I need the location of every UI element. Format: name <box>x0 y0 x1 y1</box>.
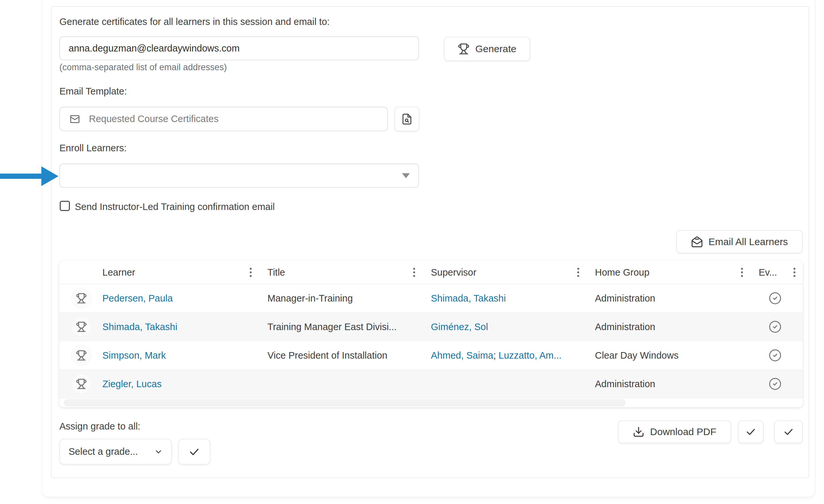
enroll-learners-dropdown[interactable] <box>60 164 419 188</box>
generate-certificates-label: Generate certificates for all learners i… <box>60 16 330 27</box>
check-icon <box>745 426 756 437</box>
mail-icon <box>69 113 80 125</box>
table-row: Shimada, TakashiTraining Manager East Di… <box>60 313 803 341</box>
evaluation-cell <box>759 292 803 305</box>
column-label: Learner <box>102 267 135 278</box>
header-cell-supervisor: Supervisor <box>431 261 595 284</box>
column-menu-icon[interactable] <box>575 266 581 279</box>
column-label: Ev... <box>759 267 777 278</box>
grade-select[interactable]: Select a grade... <box>60 439 172 465</box>
evaluation-check-icon[interactable] <box>768 320 782 333</box>
download-pdf-button[interactable]: Download PDF <box>618 420 731 443</box>
header-cell-empty <box>60 261 102 284</box>
certificate-cell <box>60 288 102 308</box>
assign-grade-label: Assign grade to all: <box>60 421 140 432</box>
home-group-cell: Administration <box>595 293 759 304</box>
learner-link[interactable]: Pedersen, Paula <box>102 293 173 304</box>
generate-button[interactable]: Generate <box>444 37 530 61</box>
table-row: Ziegler, LucasAdministration <box>60 370 803 398</box>
dropdown-caret-icon <box>402 173 410 178</box>
supervisor-separator: ; <box>493 350 499 361</box>
file-preview-icon <box>401 113 413 125</box>
evaluation-cell <box>759 377 803 391</box>
table-body: Pedersen, PaulaManager-in-TrainingShimad… <box>60 284 803 398</box>
page: Generate certificates for all learners i… <box>0 0 824 504</box>
evaluation-cell <box>759 320 803 333</box>
title-cell: Vice President of Installation <box>268 350 431 361</box>
table-row: Simpson, MarkVice President of Installat… <box>60 341 803 370</box>
confirm-button-1[interactable] <box>738 420 763 443</box>
column-menu-icon[interactable] <box>248 266 254 279</box>
learner-cell: Simpson, Mark <box>102 350 268 361</box>
header-cell-title: Title <box>268 261 431 284</box>
trophy-icon[interactable] <box>71 288 92 308</box>
home-group-cell: Administration <box>595 379 759 390</box>
home-group-cell: Clear Day Windows <box>595 350 759 361</box>
column-menu-icon[interactable] <box>792 266 798 279</box>
table-scroll-area <box>60 398 803 407</box>
pointer-arrow <box>0 166 59 187</box>
ilt-confirmation-checkbox[interactable] <box>60 201 70 211</box>
table-row: Pedersen, PaulaManager-in-TrainingShimad… <box>60 284 803 313</box>
email-all-learners-label: Email All Learners <box>709 236 788 247</box>
column-label: Title <box>268 267 285 278</box>
email-template-label: Email Template: <box>60 86 127 97</box>
header-cell-evaluation: Ev... <box>759 261 803 284</box>
certificate-cell <box>60 317 102 337</box>
supervisor-link[interactable]: Giménez, Sol <box>431 321 488 332</box>
table-header: Learner Title Supervisor Home Group Ev..… <box>60 261 803 284</box>
learners-table: Learner Title Supervisor Home Group Ev..… <box>60 261 803 407</box>
title-cell: Manager-in-Training <box>268 293 431 304</box>
column-menu-icon[interactable] <box>739 266 745 279</box>
generate-button-label: Generate <box>475 43 516 55</box>
learner-cell: Ziegler, Lucas <box>102 379 268 390</box>
column-label: Home Group <box>595 267 649 278</box>
header-cell-learner: Learner <box>102 261 268 284</box>
column-menu-icon[interactable] <box>411 266 417 279</box>
evaluation-cell <box>759 349 803 362</box>
trophy-icon[interactable] <box>71 317 92 337</box>
email-template-value: Requested Course Certificates <box>89 113 219 124</box>
template-preview-button[interactable] <box>395 107 419 131</box>
certificate-cell <box>60 345 102 366</box>
title-cell: Training Manager East Divisi... <box>268 321 431 332</box>
email-recipients-value: anna.deguzman@cleardaywindows.com <box>69 43 239 54</box>
trophy-icon <box>458 43 470 55</box>
email-all-icon <box>691 236 703 248</box>
supervisor-cell: Ahmed, Saima; Luzzatto, Am... <box>431 350 595 361</box>
email-hint: (comma-separated list of email addresses… <box>60 62 227 73</box>
apply-grade-button[interactable] <box>178 439 210 465</box>
learner-link[interactable]: Ziegler, Lucas <box>102 379 162 389</box>
learner-link[interactable]: Simpson, Mark <box>102 350 166 361</box>
column-label: Supervisor <box>431 267 477 278</box>
supervisor-cell: Giménez, Sol <box>431 321 595 332</box>
supervisor-link[interactable]: Luzzatto, Am... <box>499 350 561 361</box>
email-template-input[interactable]: Requested Course Certificates <box>60 107 388 131</box>
learner-cell: Shimada, Takashi <box>102 321 268 332</box>
home-group-cell: Administration <box>595 321 759 332</box>
supervisor-link[interactable]: Shimada, Takashi <box>431 293 506 304</box>
header-cell-home-group: Home Group <box>595 261 759 284</box>
check-icon <box>783 426 794 437</box>
evaluation-check-icon[interactable] <box>768 377 782 391</box>
download-pdf-label: Download PDF <box>650 426 716 437</box>
ilt-confirmation-label: Send Instructor-Led Training confirmatio… <box>75 201 275 212</box>
supervisor-cell: Shimada, Takashi <box>431 293 595 304</box>
supervisor-link[interactable]: Ahmed, Saima <box>431 350 493 361</box>
table-horizontal-scrollbar[interactable] <box>64 399 625 406</box>
evaluation-check-icon[interactable] <box>768 292 782 305</box>
trophy-icon[interactable] <box>71 345 92 366</box>
enroll-learners-label: Enroll Learners: <box>60 143 127 154</box>
grade-select-value: Select a grade... <box>69 446 138 457</box>
chevron-down-icon <box>154 447 163 456</box>
download-icon <box>633 426 644 438</box>
learner-cell: Pedersen, Paula <box>102 293 268 304</box>
trophy-icon[interactable] <box>71 374 92 394</box>
learner-link[interactable]: Shimada, Takashi <box>102 321 177 332</box>
confirm-button-2[interactable] <box>774 420 803 443</box>
email-all-learners-button[interactable]: Email All Learners <box>676 230 803 253</box>
certificate-cell <box>60 374 102 394</box>
evaluation-check-icon[interactable] <box>768 349 782 362</box>
email-recipients-input[interactable]: anna.deguzman@cleardaywindows.com <box>60 36 419 61</box>
check-icon <box>189 446 200 458</box>
